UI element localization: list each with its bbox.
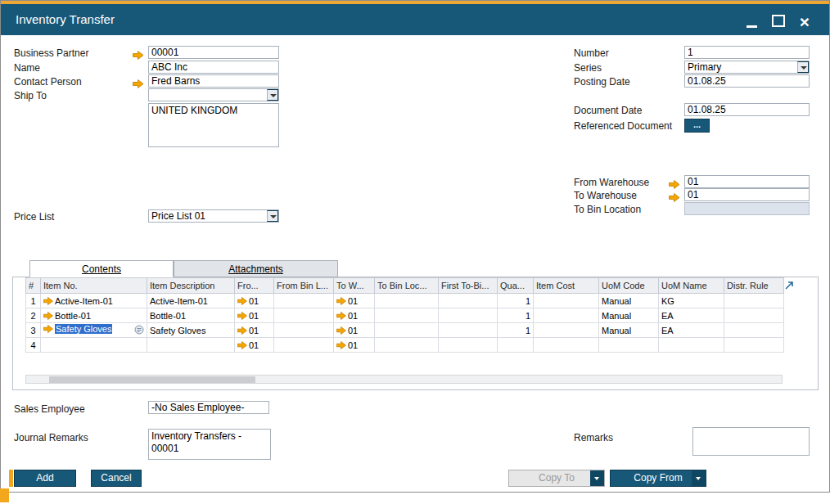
quantity-cell[interactable]: 1 xyxy=(498,294,534,308)
to-warehouse-cell[interactable]: 01 xyxy=(334,323,375,338)
from-warehouse-cell[interactable]: 01 xyxy=(235,294,274,308)
item-description-cell[interactable] xyxy=(147,338,235,353)
to-bin-cell[interactable] xyxy=(375,294,439,308)
link-arrow-icon[interactable] xyxy=(669,178,680,187)
row-number-cell[interactable]: 3 xyxy=(26,323,41,338)
item-cost-cell[interactable] xyxy=(534,308,599,323)
to-bin-cell[interactable] xyxy=(375,323,439,338)
maximize-button[interactable] xyxy=(769,14,788,29)
grid-column-header[interactable]: Fro... xyxy=(235,278,274,294)
link-arrow-icon[interactable] xyxy=(43,312,53,320)
link-arrow-icon[interactable] xyxy=(669,191,680,200)
grid-column-header[interactable]: Item No. xyxy=(41,278,147,294)
link-arrow-icon[interactable] xyxy=(336,297,346,305)
grid-column-header[interactable]: Qua... xyxy=(498,278,534,294)
uom-name-cell[interactable] xyxy=(659,338,724,353)
uom-name-cell[interactable]: EA xyxy=(659,308,724,323)
uom-code-cell[interactable]: Manual xyxy=(599,323,659,338)
grid-column-header[interactable]: Distr. Rule xyxy=(724,278,784,294)
grid-column-header[interactable]: UoM Name xyxy=(659,278,724,294)
link-arrow-icon[interactable] xyxy=(336,341,346,349)
item-no-cell-editing[interactable]: Safety Gloves xyxy=(41,323,147,338)
first-to-bin-cell[interactable] xyxy=(439,308,498,323)
uom-name-cell[interactable]: KG xyxy=(659,294,724,308)
quantity-cell[interactable] xyxy=(498,338,534,353)
first-to-bin-cell[interactable] xyxy=(439,323,498,338)
business-partner-input[interactable]: 00001 xyxy=(148,46,279,59)
from-bin-cell[interactable] xyxy=(274,308,334,323)
grid-column-header[interactable]: Item Cost xyxy=(534,278,599,294)
first-to-bin-cell[interactable] xyxy=(439,294,498,308)
item-description-cell[interactable]: Bottle-01 xyxy=(147,308,235,323)
remarks-textarea[interactable] xyxy=(692,427,810,456)
uom-code-cell[interactable]: Manual xyxy=(599,294,659,308)
close-button[interactable]: × xyxy=(795,15,814,29)
grid-column-header[interactable]: # xyxy=(26,278,41,294)
item-no-cell[interactable]: Bottle-01 xyxy=(41,308,147,323)
grid-column-header[interactable]: First To-Bi... xyxy=(439,278,498,294)
from-bin-cell[interactable] xyxy=(274,323,334,338)
horizontal-scrollbar[interactable] xyxy=(25,375,783,384)
chevron-down-icon[interactable] xyxy=(267,210,278,222)
grid-column-header[interactable]: To Bin Loc... xyxy=(375,278,439,294)
item-cost-cell[interactable] xyxy=(534,294,599,308)
uom-name-cell[interactable]: EA xyxy=(659,323,724,338)
row-number-cell[interactable]: 4 xyxy=(26,338,41,353)
grid-column-header[interactable]: To W... xyxy=(334,278,375,294)
from-bin-cell[interactable] xyxy=(274,338,334,353)
distr-rule-cell[interactable] xyxy=(724,294,784,308)
from-warehouse-input[interactable]: 01 xyxy=(684,175,810,188)
referenced-document-button[interactable]: ... xyxy=(684,119,710,133)
from-bin-cell[interactable] xyxy=(274,294,334,308)
from-warehouse-cell[interactable]: 01 xyxy=(235,338,274,353)
quantity-cell[interactable]: 1 xyxy=(498,323,534,338)
name-input[interactable]: ABC Inc xyxy=(148,61,279,74)
copy-from-button[interactable]: Copy From xyxy=(610,470,706,487)
contact-person-input[interactable]: Fred Barns xyxy=(148,74,279,88)
uom-code-cell[interactable]: Manual xyxy=(599,308,659,323)
document-date-input[interactable]: 01.08.25 xyxy=(684,103,810,116)
row-number-cell[interactable]: 1 xyxy=(26,294,41,308)
distr-rule-cell[interactable] xyxy=(724,323,784,338)
to-warehouse-cell[interactable]: 01 xyxy=(334,308,375,323)
ship-to-select[interactable] xyxy=(148,88,279,101)
link-arrow-icon[interactable] xyxy=(237,297,247,305)
minimize-button[interactable] xyxy=(742,15,762,29)
grid-column-header[interactable]: Item Description xyxy=(147,278,235,294)
posting-date-input[interactable]: 01.08.25 xyxy=(684,74,810,88)
link-arrow-icon[interactable] xyxy=(133,48,144,57)
scrollbar-thumb[interactable] xyxy=(49,376,255,383)
to-warehouse-cell[interactable]: 01 xyxy=(334,294,375,308)
to-warehouse-input[interactable]: 01 xyxy=(684,188,810,201)
chevron-down-icon[interactable] xyxy=(797,61,809,73)
tab-contents[interactable]: Contents xyxy=(29,260,174,277)
add-button[interactable]: Add xyxy=(14,470,76,487)
distr-rule-cell[interactable] xyxy=(724,338,784,353)
number-input[interactable]: 1 xyxy=(684,46,810,59)
first-to-bin-cell[interactable] xyxy=(439,338,498,353)
item-description-cell[interactable]: Safety Gloves xyxy=(147,323,235,338)
chevron-down-icon[interactable] xyxy=(267,89,278,101)
journal-remarks-textarea[interactable]: Inventory Transfers - 00001 xyxy=(148,429,271,460)
link-arrow-icon[interactable] xyxy=(336,326,346,335)
to-warehouse-cell[interactable]: 01 xyxy=(334,338,375,353)
from-warehouse-cell[interactable]: 01 xyxy=(235,323,274,338)
series-select[interactable]: Primary xyxy=(684,61,810,74)
row-number-cell[interactable]: 2 xyxy=(26,308,41,323)
uom-code-cell[interactable] xyxy=(599,338,659,353)
quantity-cell[interactable]: 1 xyxy=(498,308,534,323)
link-arrow-icon[interactable] xyxy=(336,312,346,320)
grid-column-header[interactable]: UoM Code xyxy=(599,278,659,294)
item-description-cell[interactable]: Active-Item-01 xyxy=(147,294,235,308)
price-list-select[interactable]: Price List 01 xyxy=(148,209,279,223)
cancel-button[interactable]: Cancel xyxy=(91,470,142,487)
sales-employee-input[interactable]: -No Sales Employee- xyxy=(148,401,269,414)
distr-rule-cell[interactable] xyxy=(724,308,784,323)
from-warehouse-cell[interactable]: 01 xyxy=(235,308,274,323)
link-arrow-icon[interactable] xyxy=(43,325,53,333)
item-no-cell[interactable]: Active-Item-01 xyxy=(41,294,147,308)
expand-grid-icon[interactable] xyxy=(784,279,796,290)
item-no-cell[interactable] xyxy=(41,338,147,353)
tab-attachments[interactable]: Attachments xyxy=(174,260,338,277)
to-bin-cell[interactable] xyxy=(375,338,439,353)
